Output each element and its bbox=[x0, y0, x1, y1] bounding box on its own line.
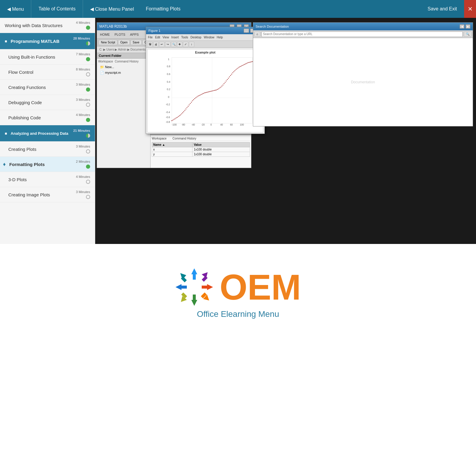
workspace-row-y: y 1x100 double bbox=[152, 152, 250, 157]
fig-tool-1[interactable]: 🖫 bbox=[147, 42, 153, 47]
svg-rect-102 bbox=[202, 286, 207, 289]
dot-complete-publishing bbox=[86, 118, 90, 122]
figure-plot-area: Example plot 1 0.8 0.6 0.4 0.2 0 -0.2 -0… bbox=[147, 49, 263, 132]
help-titlebar: Search Documentation ◀ ▶ bbox=[253, 23, 473, 30]
dot-incomplete-debugging bbox=[86, 103, 90, 107]
svg-text:0.4: 0.4 bbox=[167, 81, 170, 83]
close-panel-button[interactable]: ◀ Close Menu Panel bbox=[83, 0, 141, 18]
sidebar-item-using-builtin[interactable]: Using Built-in Functions 7 Minutes bbox=[0, 49, 95, 65]
svg-point-84 bbox=[239, 67, 240, 68]
fig-menu-insert[interactable]: Insert bbox=[171, 36, 179, 39]
close-x-button[interactable]: ✕ bbox=[464, 0, 476, 18]
help-home-btn[interactable]: ⌂ bbox=[254, 32, 260, 37]
svg-point-92 bbox=[248, 62, 248, 63]
svg-point-29 bbox=[179, 115, 180, 116]
matlab-details-panel: Details Workspace Command History Name ▲… bbox=[151, 129, 251, 168]
svg-point-53 bbox=[205, 92, 206, 93]
svg-point-35 bbox=[186, 109, 187, 109]
oem-arrows-icon bbox=[175, 268, 214, 306]
fig-tool-7[interactable]: ⤢ bbox=[183, 42, 188, 47]
svg-text:40: 40 bbox=[220, 123, 223, 126]
fig-menu-file[interactable]: File bbox=[148, 36, 153, 39]
svg-marker-105 bbox=[191, 300, 197, 306]
fig-tool-6[interactable]: ✥ bbox=[177, 42, 182, 47]
col-name: Name ▲ bbox=[152, 143, 192, 147]
svg-point-64 bbox=[217, 89, 218, 90]
svg-point-28 bbox=[178, 116, 179, 117]
figure-menubar: File Edit View Insert Tools Desktop Wind… bbox=[146, 34, 264, 41]
fig-tool-3[interactable]: ↩ bbox=[159, 42, 165, 47]
svg-point-88 bbox=[243, 65, 244, 65]
svg-point-76 bbox=[230, 75, 231, 76]
svg-point-49 bbox=[201, 94, 202, 95]
sidebar-item-publishing[interactable]: Publishing Code 4 Minutes bbox=[0, 110, 95, 125]
matlab-open-btn[interactable]: Open bbox=[118, 40, 129, 45]
sidebar-section-programming-matlab[interactable]: ■ Programming MATLAB 28 Minutes bbox=[0, 33, 95, 49]
oem-subtitle: Office Elearning Menu bbox=[197, 309, 279, 319]
help-search-input[interactable] bbox=[262, 32, 463, 37]
history-tab[interactable]: Command History bbox=[115, 60, 139, 63]
help-title: Search Documentation bbox=[256, 25, 289, 28]
save-exit-button[interactable]: Save and Exit bbox=[420, 0, 464, 18]
sidebar-section-analyzing[interactable]: ■ Analyzing and Processing Data 21 Minut… bbox=[0, 125, 95, 142]
workspace-row-x: x 1x100 double bbox=[152, 147, 250, 152]
svg-text:0.6: 0.6 bbox=[167, 73, 170, 76]
svg-text:60: 60 bbox=[230, 123, 233, 126]
plot-canvas: 1 0.8 0.6 0.4 0.2 0 -0.2 -0.4 -0.6 -0.8 … bbox=[156, 55, 260, 126]
sidebar-item-3d-plots[interactable]: 3-D Plots 4 Minutes bbox=[0, 172, 95, 187]
svg-point-24 bbox=[173, 119, 174, 120]
sidebar-item-creating-plots[interactable]: Creating Plots 3 Minutes bbox=[0, 142, 95, 157]
help-search-btn[interactable]: 🔍 bbox=[464, 32, 472, 37]
sidebar: Working with Data Structures 4 Minutes ■… bbox=[0, 18, 95, 244]
matlab-new-script-btn[interactable]: New Script bbox=[99, 40, 117, 45]
oem-section: OEM Office Elearning Menu bbox=[175, 244, 301, 319]
matlab-save-btn[interactable]: Save bbox=[131, 40, 142, 45]
svg-text:0.2: 0.2 bbox=[167, 88, 170, 91]
fig-tool-5[interactable]: 🔍 bbox=[171, 42, 176, 47]
svg-point-38 bbox=[189, 104, 190, 105]
svg-point-44 bbox=[195, 97, 196, 98]
svg-point-52 bbox=[204, 93, 205, 93]
matlab-menu-home[interactable]: HOME bbox=[98, 33, 112, 36]
sidebar-item-image-plots[interactable]: Creating Image Plots 3 Minutes bbox=[0, 187, 95, 202]
svg-rect-100 bbox=[202, 276, 208, 282]
workspace-tab[interactable]: Workspace bbox=[98, 60, 113, 63]
help-forward-btn[interactable]: ▶ bbox=[466, 24, 470, 29]
fig-menu-desktop[interactable]: Desktop bbox=[190, 36, 201, 39]
command-history-label: Command History bbox=[173, 137, 196, 140]
svg-point-31 bbox=[181, 113, 182, 114]
svg-point-61 bbox=[214, 90, 215, 91]
fig-menu-view[interactable]: View bbox=[162, 36, 169, 39]
matlab-menu-apps[interactable]: APPS bbox=[128, 33, 140, 36]
svg-point-51 bbox=[203, 93, 204, 94]
svg-point-83 bbox=[238, 68, 239, 68]
svg-point-54 bbox=[206, 92, 207, 93]
fig-tool-8[interactable]: ↕ bbox=[189, 42, 194, 47]
matlab-tree-myscript[interactable]: 📄 myscript.m bbox=[97, 70, 150, 76]
matlab-tree-new[interactable]: 📁 New... bbox=[97, 64, 150, 70]
menu-button[interactable]: ◀ Menu bbox=[0, 0, 31, 18]
fig-menu-tools[interactable]: Tools bbox=[181, 36, 188, 39]
fig-menu-help[interactable]: Help bbox=[217, 36, 223, 39]
help-back-btn[interactable]: ◀ bbox=[460, 24, 464, 29]
svg-marker-101 bbox=[207, 284, 213, 290]
sidebar-item-formatting-plots[interactable]: ♦ Formatting Plots 2 Minutes bbox=[0, 157, 95, 172]
fig-tool-2[interactable]: 🖨 bbox=[153, 42, 159, 47]
help-body: Documentation bbox=[253, 38, 473, 126]
sidebar-item-working-data[interactable]: Working with Data Structures 4 Minutes bbox=[0, 18, 95, 33]
svg-point-43 bbox=[194, 98, 195, 99]
sidebar-item-debugging[interactable]: Debugging Code 3 Minutes bbox=[0, 95, 95, 110]
figure-minimize-btn[interactable]: _ bbox=[244, 29, 249, 33]
svg-rect-110 bbox=[181, 286, 187, 289]
sidebar-item-flow-control[interactable]: Flow Control 8 Minutes bbox=[0, 65, 95, 80]
svg-text:-80: -80 bbox=[181, 123, 185, 126]
fig-menu-window[interactable]: Window bbox=[204, 36, 214, 39]
svg-text:-20: -20 bbox=[201, 123, 205, 126]
matlab-menu-plots[interactable]: PLOTS bbox=[113, 33, 127, 36]
fig-tool-4[interactable]: ↪ bbox=[165, 42, 170, 47]
content-area: MATLAB R2013b _ □ ✕ HOME PLOTS APPS New … bbox=[95, 18, 476, 244]
svg-point-72 bbox=[226, 81, 227, 82]
fig-menu-edit[interactable]: Edit bbox=[155, 36, 160, 39]
svg-point-23 bbox=[173, 120, 173, 120]
sidebar-item-creating-functions[interactable]: Creating Functions 3 Minutes bbox=[0, 80, 95, 95]
